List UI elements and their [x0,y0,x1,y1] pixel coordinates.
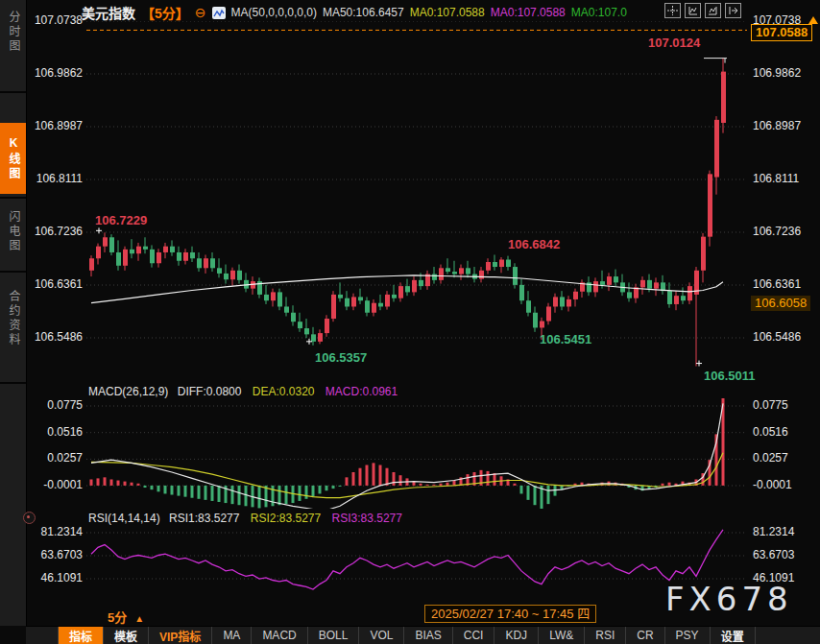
toolbar-tab-VIP指标[interactable]: VIP指标 [149,627,212,644]
chart-app: 分时图K线图闪电图合约资料 美元指数 【5分】 ⊖ MA(50,0,0,0,0,… [0,0,820,644]
toolbar-tab-模板[interactable]: 模板 [104,627,149,644]
sidebar-item-label: 合约资料 [0,290,26,347]
rsi1-value: RSI1:83.5277 [169,512,239,525]
macd-axis-tick: -0.0001 [753,478,818,491]
rsi-axis-tick: 63.6703 [29,548,83,561]
toolbar-tab-LW&[interactable]: LW& [539,627,585,644]
indicator-toolbar: 指标模板VIP指标MAMACDBOLLVOLBIASCCIKDJLW&RSICR… [26,626,820,644]
main-axis-tick: 106.5486 [29,330,83,344]
toolbar-tab-CCI[interactable]: CCI [453,627,495,644]
period-selector[interactable]: 5分▲ [108,608,144,626]
macd-axis-tick: 0.0516 [753,425,818,439]
period-text: 5分 [108,610,127,625]
rsi-axis-tick: 63.6703 [753,548,818,561]
toolbar-tab-VOL[interactable]: VOL [359,627,404,644]
macd-axis-tick: -0.0001 [29,478,83,491]
period-tag: 【5分】 [141,3,189,22]
ma50-value: MA50:106.6457 [323,6,404,19]
crosshair-timestamp: 2025/02/27 17:40 ~ 17:45 四 [424,605,596,623]
sidebar-item-label: K线图 [0,136,26,181]
period-arrow-icon: ▲ [134,613,144,624]
scale-left-icon[interactable] [685,3,701,18]
macd-chart[interactable] [86,398,747,509]
rsi3-value: RSI3:83.5277 [332,512,402,525]
rsi-label: RSI(14,14,14) [88,512,160,525]
macd-axis-tick: 0.0257 [29,451,83,465]
rsi2-value: RSI2:83.5277 [251,512,321,525]
macd-axis-tick: 0.0775 [753,398,818,412]
macd-diff-value: DIFF:0.0800 [178,385,242,398]
sidebar-item-label: 闪电图 [0,210,26,253]
main-axis-tick: 106.8987 [753,119,818,132]
macd-axis-tick: 0.0257 [753,451,818,465]
rsi-header: RSI(14,14,14) RSI1:83.5277 RSI2:83.5277 … [88,512,402,525]
toolbar-tab-MA[interactable]: MA [212,627,252,644]
ma-settings-label: MA(50,0,0,0,0,0) [231,6,317,19]
main-axis-tick: 106.6361 [29,277,83,291]
macd-axis-tick: 0.0516 [29,425,83,439]
toolbar-tab-CR[interactable]: CR [626,627,664,644]
candlestick-chart[interactable] [86,21,747,381]
ma0-green-value: MA0:107.0 [571,6,627,19]
macd-axis-tick: 0.0775 [29,398,83,412]
toolbar-spacer [26,627,59,644]
macd-header: MACD(26,12,9) DIFF:0.0800 DEA:0.0320 MAC… [88,385,398,398]
sidebar-divider [0,271,26,273]
sidebar-divider [0,382,26,384]
rsi-axis-tick: 81.2314 [753,525,818,538]
main-axis-tick: 107.0738 [753,13,818,27]
main-axis-tick: 106.8111 [753,172,818,185]
toolbar-tab-KDJ[interactable]: KDJ [494,627,539,644]
sidebar-item-2[interactable]: K线图 [0,123,26,194]
instrument-title: 美元指数 [82,3,135,22]
main-axis-tick: 106.8111 [29,172,83,185]
ma0-magenta-value: MA0:107.0588 [491,6,566,19]
sidebar-item-3[interactable]: 闪电图 [0,202,26,261]
sidebar-item-label: 分时图 [0,11,26,54]
collapse-icon[interactable]: ⊖ [195,6,206,19]
toolbar-tab-设置[interactable]: 设置 [711,627,756,644]
rsi-axis-tick: 81.2314 [29,525,83,538]
toolbar-tab-BOLL[interactable]: BOLL [308,627,360,644]
sidebar-divider [0,197,26,199]
rsi-axis-tick: 46.1091 [753,571,818,584]
sidebar: 分时图K线图闪电图合约资料 [0,0,27,626]
macd-hist-value: MACD:0.0961 [326,385,398,398]
ma0-yellow-value: MA0:107.0588 [410,6,485,19]
reference-price-tag: 106.6058 [751,296,810,311]
main-axis-tick: 106.6361 [753,277,818,291]
rsi-axis-tick: 46.1091 [29,571,83,584]
main-axis-tick: 106.9862 [29,66,83,80]
chart-tools [664,3,741,18]
pan-right-icon[interactable] [725,3,741,18]
main-axis-tick: 107.0738 [29,13,83,27]
sidebar-item-4[interactable]: 合约资料 [0,273,26,365]
toolbar-tab-BIAS[interactable]: BIAS [404,627,452,644]
main-axis-tick: 106.8987 [29,119,83,132]
toolbar-tab-MACD[interactable]: MACD [252,627,307,644]
main-axis-tick: 106.5486 [753,330,818,344]
move-chart-icon[interactable] [664,3,681,18]
sidebar-item-1[interactable]: 分时图 [0,4,26,60]
main-axis-tick: 106.9862 [753,66,818,80]
sidebar-divider [0,91,26,93]
main-axis-tick: 106.7236 [753,225,818,238]
macd-label: MACD(26,12,9) [88,385,168,398]
toolbar-tab-PSY[interactable]: PSY [665,627,711,644]
scale-right-icon[interactable] [705,3,721,18]
main-axis-tick: 106.7236 [29,225,83,238]
macd-dea-value: DEA:0.0320 [253,385,315,398]
pane-resize-icon[interactable] [23,512,36,524]
watermark: FX678 [665,580,793,618]
rsi-chart[interactable] [86,524,747,607]
toolbar-tab-RSI[interactable]: RSI [585,627,626,644]
mini-chart-icon[interactable] [212,7,226,19]
toolbar-tab-指标[interactable]: 指标 [59,627,104,644]
